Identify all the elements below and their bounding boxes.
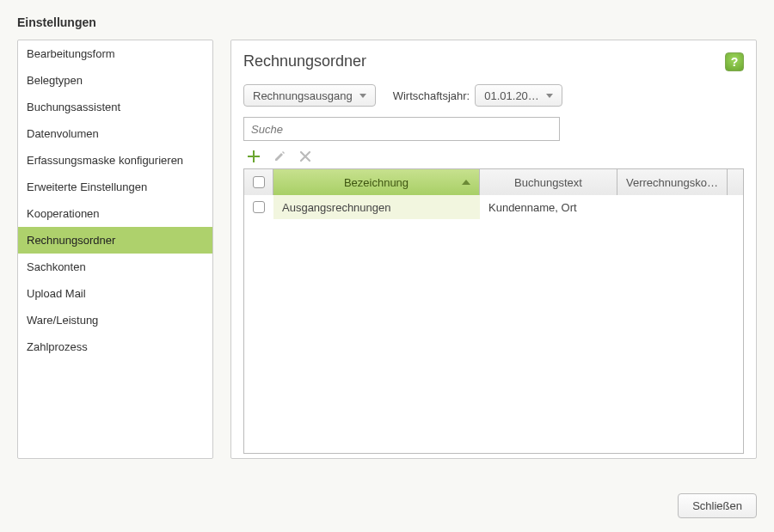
sort-asc-icon <box>462 180 470 185</box>
grid-scroll-spacer <box>728 169 743 195</box>
column-header-booking-text-label: Buchungstext <box>514 176 582 189</box>
invoice-type-value: Rechnungsausgang <box>253 89 353 102</box>
grid-toolbar <box>243 150 744 163</box>
table-row[interactable]: Ausgangsrechnungen Kundenname, Ort <box>244 195 743 219</box>
search-input[interactable] <box>243 117 560 141</box>
row-cell-name: Ausgangsrechnungen <box>273 195 480 219</box>
plus-icon[interactable] <box>247 150 261 163</box>
fiscal-year-dropdown[interactable]: 01.01.20… <box>475 84 562 107</box>
column-header-offset-account[interactable]: Verrechnungsko… <box>617 169 728 195</box>
sidebar-item-buchungsassistent[interactable]: Buchungsassistent <box>18 94 212 120</box>
page-title: Einstellungen <box>0 0 774 40</box>
chevron-down-icon <box>359 94 366 98</box>
panel-title: Rechnungsordner <box>243 52 366 70</box>
folder-grid: Bezeichnung Buchungstext Verrechnungsko…… <box>243 168 744 454</box>
select-all-checkbox[interactable] <box>253 176 265 188</box>
sidebar-item-sachkonten[interactable]: Sachkonten <box>18 254 212 280</box>
sidebar-item-rechnungsordner[interactable]: Rechnungsordner <box>18 227 212 254</box>
sidebar-item-upload-mail[interactable]: Upload Mail <box>18 280 212 307</box>
sidebar-item-zahlprozess[interactable]: Zahlprozess <box>18 333 212 360</box>
question-icon: ? <box>731 55 739 69</box>
pencil-icon <box>273 150 286 163</box>
column-header-booking-text[interactable]: Buchungstext <box>480 169 617 195</box>
column-header-name-label: Bezeichnung <box>344 176 408 189</box>
sidebar-item-erfassungsmaske[interactable]: Erfassungsmaske konfigurieren <box>18 147 212 174</box>
sidebar-item-ware-leistung[interactable]: Ware/Leistung <box>18 307 212 333</box>
sidebar-item-kooperationen[interactable]: Kooperationen <box>18 200 212 227</box>
sidebar-item-erweiterte[interactable]: Erweiterte Einstellungen <box>18 174 212 200</box>
sidebar-item-datenvolumen[interactable]: Datenvolumen <box>18 120 212 147</box>
fiscal-year-value: 01.01.20… <box>484 89 539 102</box>
close-button[interactable]: Schließen <box>678 493 757 518</box>
row-checkbox[interactable] <box>253 201 265 213</box>
sidebar-item-belegtypen[interactable]: Belegtypen <box>18 67 212 94</box>
sidebar-item-bearbeitungsform[interactable]: Bearbeitungsform <box>18 40 212 67</box>
fiscal-year-label: Wirtschaftsjahr: <box>393 89 470 102</box>
help-button[interactable]: ? <box>725 52 744 71</box>
content-panel: Rechnungsordner ? Rechnungsausgang Wirts… <box>230 40 757 459</box>
row-cell-booking-text: Kundenname, Ort <box>480 201 617 214</box>
column-header-name[interactable]: Bezeichnung <box>273 169 480 195</box>
chevron-down-icon <box>546 94 553 98</box>
column-header-offset-account-label: Verrechnungsko… <box>626 176 718 189</box>
settings-sidebar: Bearbeitungsform Belegtypen Buchungsassi… <box>17 40 213 459</box>
x-icon <box>298 150 312 163</box>
grid-header: Bezeichnung Buchungstext Verrechnungsko… <box>244 169 743 195</box>
invoice-type-dropdown[interactable]: Rechnungsausgang <box>243 84 376 107</box>
column-header-checkbox[interactable] <box>244 169 273 195</box>
grid-body: Ausgangsrechnungen Kundenname, Ort <box>244 195 743 453</box>
